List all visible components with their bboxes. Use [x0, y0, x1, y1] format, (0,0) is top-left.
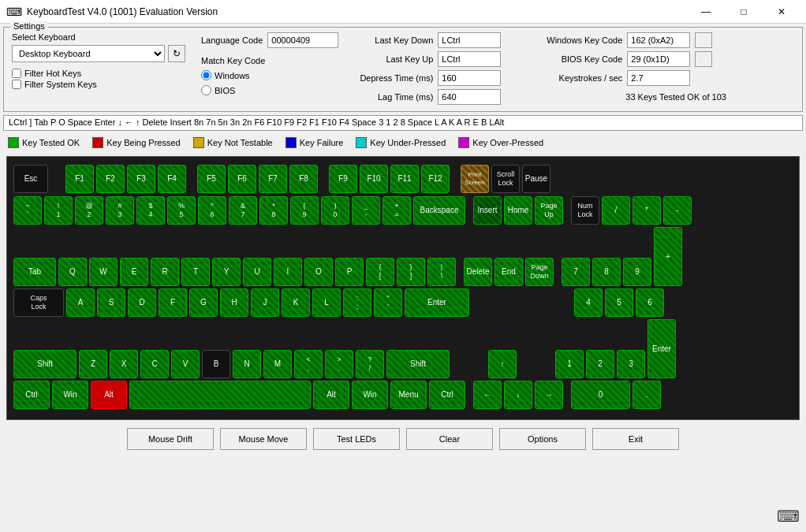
key-f10[interactable]: F10 — [360, 165, 388, 193]
filter-hot-keys-checkbox[interactable] — [12, 69, 21, 78]
key-left-win[interactable]: Win — [52, 381, 88, 409]
key-insert[interactable]: Insert — [473, 196, 502, 225]
key-m[interactable]: M — [263, 350, 292, 378]
key-k[interactable]: K — [282, 288, 310, 317]
key-right-ctrl[interactable]: Ctrl — [429, 381, 465, 409]
key-numpad-7[interactable]: 7 — [562, 258, 590, 286]
key-right-bracket[interactable]: }] — [397, 258, 425, 286]
close-button[interactable]: ✕ — [763, 0, 800, 24]
key-quote[interactable]: "' — [374, 288, 402, 317]
key-numpad-6[interactable]: 6 — [636, 288, 664, 317]
key-0[interactable]: )0 — [321, 196, 349, 225]
lag-time-input[interactable] — [438, 89, 501, 105]
key-slash[interactable]: ?/ — [356, 350, 384, 378]
filter-hot-keys-label[interactable]: Filter Hot Keys — [12, 69, 185, 78]
key-backslash[interactable]: |\ — [427, 258, 456, 286]
refresh-button[interactable]: ↻ — [168, 45, 185, 62]
mouse-drift-button[interactable]: Mouse Drift — [127, 428, 214, 450]
keystrokes-input[interactable] — [627, 70, 690, 86]
key-numpad-enter[interactable]: Enter — [647, 319, 676, 378]
key-scroll-lock[interactable]: ScrollLock — [491, 165, 520, 193]
key-n[interactable]: N — [233, 350, 261, 378]
key-9[interactable]: (9 — [290, 196, 319, 225]
key-home[interactable]: Home — [504, 196, 532, 225]
key-8[interactable]: *8 — [259, 196, 288, 225]
key-tab[interactable]: Tab — [13, 258, 56, 286]
key-numpad-0[interactable]: 0 — [571, 381, 630, 409]
key-3[interactable]: #3 — [106, 196, 134, 225]
key-end[interactable]: End — [494, 258, 523, 286]
key-h[interactable]: H — [220, 288, 248, 317]
key-7[interactable]: &7 — [229, 196, 257, 225]
key-b[interactable]: B — [202, 350, 230, 378]
key-l[interactable]: L — [312, 288, 341, 317]
language-code-input[interactable] — [267, 32, 338, 48]
last-key-up-input[interactable] — [438, 51, 501, 67]
exit-button[interactable]: Exit — [592, 428, 679, 450]
minimize-button[interactable]: — — [688, 0, 724, 24]
key-right-shift[interactable]: Shift — [386, 350, 450, 378]
key-i[interactable]: I — [274, 258, 302, 286]
key-j[interactable]: J — [251, 288, 279, 317]
key-v[interactable]: V — [171, 350, 200, 378]
key-semicolon[interactable]: :; — [343, 288, 371, 317]
filter-system-keys-label[interactable]: Filter System Keys — [12, 80, 185, 89]
options-button[interactable]: Options — [499, 428, 586, 450]
key-pause[interactable]: Pause — [522, 165, 550, 193]
key-e[interactable]: E — [120, 258, 148, 286]
key-5[interactable]: %5 — [167, 196, 196, 225]
key-right-win[interactable]: Win — [352, 381, 388, 409]
key-f11[interactable]: F11 — [390, 165, 419, 193]
key-f12[interactable]: F12 — [421, 165, 450, 193]
windows-radio[interactable] — [201, 70, 211, 80]
key-caps-lock[interactable]: CapsLock — [13, 288, 64, 317]
key-numpad-1[interactable]: 1 — [555, 350, 584, 378]
key-f6[interactable]: F6 — [228, 165, 256, 193]
key-up[interactable]: ↑ — [488, 350, 517, 378]
key-f3[interactable]: F3 — [127, 165, 155, 193]
key-f2[interactable]: F2 — [96, 165, 125, 193]
key-left-alt[interactable]: Alt — [91, 381, 127, 409]
depress-time-input[interactable] — [438, 70, 501, 86]
key-period[interactable]: >. — [325, 350, 353, 378]
key-delete[interactable]: Delete — [464, 258, 492, 286]
bios-radio[interactable] — [201, 85, 211, 95]
key-f[interactable]: F — [159, 288, 187, 317]
mouse-move-button[interactable]: Mouse Move — [220, 428, 307, 450]
key-esc[interactable]: Esc — [13, 165, 48, 193]
key-numpad-8[interactable]: 8 — [592, 258, 621, 286]
key-numpad-dot[interactable]: . — [632, 381, 661, 409]
key-comma[interactable]: <, — [294, 350, 323, 378]
key-space[interactable] — [129, 381, 311, 409]
key-num-lock[interactable]: NumLock — [571, 196, 599, 225]
key-w[interactable]: W — [89, 258, 118, 286]
key-right[interactable]: → — [535, 381, 563, 409]
last-key-down-input[interactable] — [438, 32, 501, 48]
bios-radio-label[interactable]: BIOS — [201, 85, 338, 95]
key-f1[interactable]: F1 — [65, 165, 94, 193]
key-p[interactable]: P — [335, 258, 364, 286]
key-c[interactable]: C — [140, 350, 169, 378]
key-s[interactable]: S — [97, 288, 125, 317]
key-numpad-star[interactable]: * — [632, 196, 661, 225]
key-backspace[interactable]: Backspace — [413, 196, 465, 225]
key-f9[interactable]: F9 — [329, 165, 357, 193]
key-g[interactable]: G — [189, 288, 218, 317]
key-enter[interactable]: Enter — [405, 288, 469, 317]
key-numpad-9[interactable]: 9 — [623, 258, 651, 286]
key-4[interactable]: $4 — [136, 196, 165, 225]
windows-key-code-input[interactable] — [627, 32, 690, 48]
key-y[interactable]: Y — [212, 258, 241, 286]
key-right-alt[interactable]: Alt — [313, 381, 349, 409]
maximize-button[interactable]: □ — [726, 0, 762, 24]
key-a[interactable]: A — [66, 288, 95, 317]
key-equals[interactable]: += — [382, 196, 411, 225]
key-page-up[interactable]: PageUp — [535, 196, 563, 225]
key-left-ctrl[interactable]: Ctrl — [13, 381, 50, 409]
key-left-shift[interactable]: Shift — [13, 350, 76, 378]
key-2[interactable]: @2 — [75, 196, 103, 225]
test-leds-button[interactable]: Test LEDs — [313, 428, 400, 450]
key-numpad-3[interactable]: 3 — [617, 350, 645, 378]
key-numpad-5[interactable]: 5 — [605, 288, 633, 317]
clear-button[interactable]: Clear — [406, 428, 493, 450]
